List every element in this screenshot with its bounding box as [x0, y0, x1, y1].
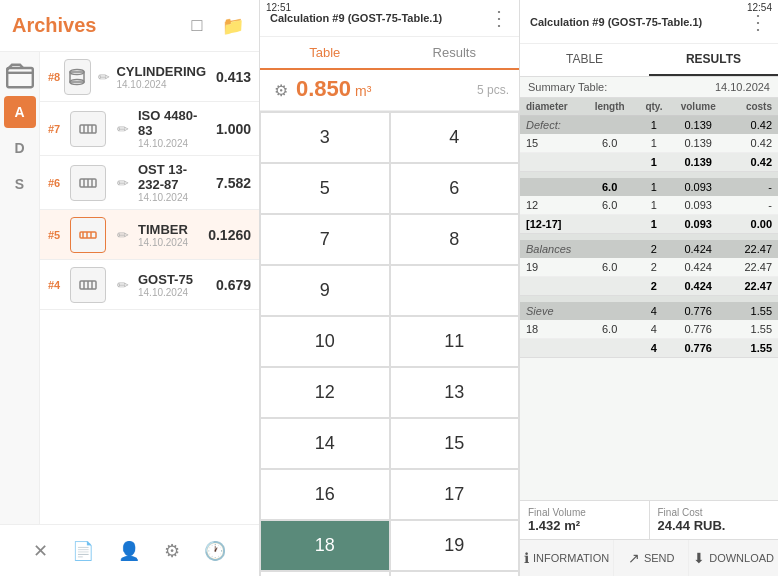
send-icon: ↗: [628, 550, 640, 566]
results-col-headers: diameter length qty. volume costs: [520, 98, 778, 116]
group-header-defect: Defect: 1 0.139 0.42: [520, 116, 778, 134]
filter-icon[interactable]: ⚙: [270, 77, 292, 104]
summary-pcs: 5 pcs.: [477, 83, 509, 97]
summary-unit: m³: [355, 83, 371, 99]
doc-icon[interactable]: 📄: [72, 540, 94, 562]
settings-icon[interactable]: ⚙: [164, 540, 180, 562]
svg-rect-0: [7, 68, 33, 87]
group-header-sieve: Sieve 4 0.776 1.55: [520, 302, 778, 320]
numpad-17[interactable]: 17: [390, 469, 520, 520]
edit-icon: ✏: [97, 66, 113, 88]
numpad-21[interactable]: 21: [390, 571, 520, 576]
numpad-7[interactable]: 7: [260, 214, 390, 265]
summary-table-date: 14.10.2024: [715, 81, 770, 93]
numpad-9[interactable]: 9: [260, 265, 390, 316]
edit-icon: ✏: [112, 274, 134, 296]
tab-results-right[interactable]: RESULTS: [649, 44, 778, 76]
item-icon-timber: [70, 217, 106, 253]
items-list: #8 ✏ CYLINDERING 14.10.2024 0.413 #7 ✏: [40, 52, 259, 524]
numpad-5[interactable]: 5: [260, 163, 390, 214]
status-time-left: 12:51: [260, 0, 297, 15]
list-item[interactable]: #4 ✏ GOST-75 14.10.2024 0.679: [40, 260, 259, 310]
tab-table[interactable]: Table: [260, 37, 390, 70]
numpad-14[interactable]: 14: [260, 418, 390, 469]
group-header-balances: Balances 2 0.424 22.47: [520, 240, 778, 258]
summary-volume: 0.850: [296, 76, 351, 102]
numpad-13[interactable]: 13: [390, 367, 520, 418]
sidebar-nav: A D S: [0, 52, 40, 524]
left-footer: ✕ 📄 👤 ⚙ 🕐: [0, 524, 259, 576]
list-item-timber[interactable]: #5 ✏ TIMBER 14.10.2024 0.1260: [40, 210, 259, 260]
list-item[interactable]: #6 ✏ OST 13-232-87 14.10.2024 7.582: [40, 156, 259, 210]
row-12: 12 6.0 1 0.093 -: [520, 196, 778, 215]
final-cost-label: Final Cost: [658, 507, 771, 518]
summary-table-label: Summary Table:: [528, 81, 607, 93]
download-button[interactable]: ⬇ DOWNLOAD: [689, 540, 778, 576]
numpad-8[interactable]: 8: [390, 214, 520, 265]
tab-results[interactable]: Results: [390, 37, 520, 68]
final-cost-value: 24.44 RUB.: [658, 518, 771, 533]
numpad-10[interactable]: 10: [260, 316, 390, 367]
sieve-total: 4 0.776 1.55: [520, 339, 778, 358]
square-icon[interactable]: □: [183, 12, 211, 40]
middle-tabs: Table Results: [260, 37, 519, 70]
nav-a[interactable]: A: [4, 96, 36, 128]
right-panel: 12:54 Calculation #9 (GOST-75-Table.1) ⋮…: [520, 0, 778, 576]
row-12-17-total: [12-17] 1 0.093 0.00: [520, 215, 778, 234]
list-item[interactable]: #7 ✏ ISO 4480-83 14.10.2024 1.000: [40, 102, 259, 156]
nav-s[interactable]: S: [4, 168, 36, 200]
numpad-16[interactable]: 16: [260, 469, 390, 520]
person-icon[interactable]: 👤: [118, 540, 140, 562]
status-time-right: 12:54: [741, 0, 778, 15]
item-icon-gost: [70, 267, 106, 303]
delete-icon[interactable]: ✕: [33, 540, 48, 562]
nav-d[interactable]: D: [4, 132, 36, 164]
folder-icon[interactable]: 📁: [219, 12, 247, 40]
numpad-11[interactable]: 11: [390, 316, 520, 367]
left-content: A D S #8 ✏ CYLINDERING 14.10.2024 0.413 …: [0, 52, 259, 524]
download-icon: ⬇: [693, 550, 705, 566]
numpad-18[interactable]: 18: [260, 520, 390, 571]
numpad-4[interactable]: 4: [390, 112, 520, 163]
item-icon-log: [70, 111, 106, 147]
middle-header: Calculation #9 (GOST-75-Table.1) ⋮: [260, 0, 519, 37]
right-footer-stats: Final Volume 1.432 m² Final Cost 24.44 R…: [520, 500, 778, 539]
archives-title: Archives: [12, 14, 97, 37]
list-item[interactable]: #8 ✏ CYLINDERING 14.10.2024 0.413: [40, 52, 259, 102]
final-vol-label: Final Volume: [528, 507, 641, 518]
right-footer-actions: ℹ INFORMATION ↗ SEND ⬇ DOWNLOAD: [520, 539, 778, 576]
summary-bar: ⚙ 0.850 m³ 5 pcs.: [260, 70, 519, 111]
group-header-6: 6.0 1 0.093 -: [520, 178, 778, 196]
numpad-empty: [390, 265, 520, 316]
tab-table-right[interactable]: TABLE: [520, 44, 649, 76]
numpad-20[interactable]: 20: [260, 571, 390, 576]
left-panel: Archives □ 📁 A D S #8 ✏ CYLINDERING: [0, 0, 260, 576]
summary-table-row: Summary Table: 14.10.2024: [520, 77, 778, 98]
send-button[interactable]: ↗ SEND: [614, 540, 689, 576]
numpad-12[interactable]: 12: [260, 367, 390, 418]
edit-icon: ✏: [112, 118, 134, 140]
information-button[interactable]: ℹ INFORMATION: [520, 540, 614, 576]
header-icons: □ 📁: [183, 12, 247, 40]
balances-total: 2 0.424 22.47: [520, 277, 778, 296]
numpad-19[interactable]: 19: [390, 520, 520, 571]
right-header: Calculation #9 (GOST-75-Table.1) ⋮: [520, 0, 778, 44]
right-title: Calculation #9 (GOST-75-Table.1): [530, 16, 702, 28]
numpad-3[interactable]: 3: [260, 112, 390, 163]
numpad-15[interactable]: 15: [390, 418, 520, 469]
left-header: Archives □ 📁: [0, 0, 259, 52]
nav-folder[interactable]: [4, 60, 36, 92]
defect-row-total: 1 0.139 0.42: [520, 153, 778, 172]
row-19: 19 6.0 2 0.424 22.47: [520, 258, 778, 277]
info-icon: ℹ: [524, 550, 529, 566]
numpad-6[interactable]: 6: [390, 163, 520, 214]
edit-icon: ✏: [112, 224, 134, 246]
row-18: 18 6.0 4 0.776 1.55: [520, 320, 778, 339]
final-vol-value: 1.432 m²: [528, 518, 641, 533]
final-cost-stat: Final Cost 24.44 RUB.: [650, 501, 779, 539]
more-icon[interactable]: ⋮: [489, 6, 509, 30]
item-icon-cylinder: [64, 59, 91, 95]
clock-icon[interactable]: 🕐: [204, 540, 226, 562]
results-table: Defect: 1 0.139 0.42 15 6.0 1 0.139 0.42…: [520, 116, 778, 500]
middle-panel: Calculation #9 (GOST-75-Table.1) ⋮ 12:51…: [260, 0, 520, 576]
